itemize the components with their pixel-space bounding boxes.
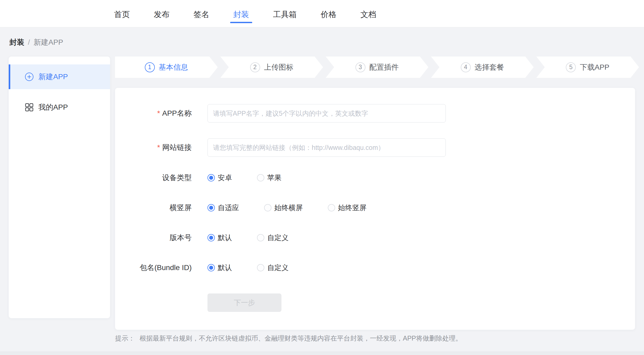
nav-tab-4[interactable]: 封装 [233, 0, 249, 23]
step-3: 3配置插件 [326, 57, 428, 78]
step-4: 4选择套餐 [431, 57, 534, 78]
active-tab-underline [230, 22, 252, 23]
step-number-circle: 1 [145, 62, 155, 72]
form-row-6: 包名(Bundle ID)默认自定义 [115, 262, 635, 273]
form-card: *APP名称*网站链接设备类型安卓苹果横竖屏自适应始终横屏始终竖屏版本号默认自定… [115, 88, 635, 330]
nav-tab-7[interactable]: 文档 [360, 0, 376, 23]
step-label: 基本信息 [159, 62, 188, 72]
sidebar-item-label: 新建APP [38, 72, 68, 82]
step-label: 上传图标 [264, 62, 294, 72]
radio-option[interactable]: 苹果 [257, 173, 281, 182]
radio-selected-icon[interactable] [207, 264, 215, 271]
nav-tab-label: 首页 [114, 10, 130, 19]
radio-unselected-icon[interactable] [257, 234, 264, 241]
breadcrumb: 封装 / 新建APP [9, 37, 63, 47]
nav-tab-6[interactable]: 价格 [321, 0, 336, 23]
radio-option-label: 苹果 [267, 173, 281, 182]
radio-selected-icon[interactable] [207, 234, 215, 241]
tip-prefix: 提示： [115, 334, 135, 342]
form-row-4: 横竖屏自适应始终横屏始终竖屏 [115, 202, 635, 213]
breadcrumb-separator: / [28, 38, 30, 47]
steps-wizard: 1基本信息2上传图标3配置插件4选择套餐5下载APP [115, 57, 639, 78]
field-label: 包名(Bundle ID) [115, 263, 192, 273]
sidebar-item-label: 我的APP [38, 102, 68, 112]
bottom-footer-strip [0, 352, 644, 355]
radio-option[interactable]: 安卓 [207, 173, 232, 182]
radio-unselected-icon[interactable] [264, 204, 271, 211]
radio-option[interactable]: 始终横屏 [264, 203, 303, 212]
top-nav-bar: 首页发布签名封装工具箱价格文档 [0, 0, 644, 27]
radio-group: 自适应始终横屏始终竖屏 [207, 203, 366, 212]
form-rows: *APP名称*网站链接设备类型安卓苹果横竖屏自适应始终横屏始终竖屏版本号默认自定… [115, 104, 635, 273]
radio-group: 默认自定义 [207, 263, 289, 272]
tip-text: 根据最新平台规则，不允许区块链虚拟币、金融理财类等违规内容在平台封装，一经发现，… [140, 334, 462, 342]
plus-circle-icon [25, 72, 34, 81]
radio-unselected-icon[interactable] [257, 174, 264, 181]
radio-option[interactable]: 自定义 [257, 233, 289, 242]
sidebar-item-1[interactable]: 新建APP [9, 64, 110, 89]
radio-selected-icon[interactable] [207, 204, 215, 211]
nav-tab-2[interactable]: 发布 [154, 0, 170, 23]
text-input-1[interactable] [207, 104, 446, 123]
breadcrumb-current: 新建APP [34, 37, 63, 47]
next-step-button[interactable]: 下一步 [207, 293, 281, 312]
radio-group: 默认自定义 [207, 233, 289, 242]
field-label: *网站链接 [115, 143, 192, 153]
step-label: 配置插件 [369, 62, 399, 72]
step-label: 下载APP [580, 62, 609, 72]
nav-tab-label: 签名 [194, 10, 209, 19]
step-number-circle: 5 [566, 62, 576, 72]
nav-tab-5[interactable]: 工具箱 [273, 0, 297, 23]
form-row-2: *网站链接 [115, 138, 635, 157]
step-1: 1基本信息 [115, 57, 218, 78]
nav-tab-label: 发布 [154, 10, 170, 19]
field-label-text: 版本号 [170, 234, 192, 242]
field-label-text: 网站链接 [162, 143, 192, 151]
required-asterisk: * [157, 143, 160, 151]
radio-option[interactable]: 自定义 [257, 263, 289, 272]
form-row-3: 设备类型安卓苹果 [115, 173, 635, 183]
step-number-circle: 3 [355, 62, 365, 72]
radio-selected-icon[interactable] [207, 174, 215, 181]
main-nav: 首页发布签名封装工具箱价格文档 [114, 0, 376, 23]
text-input-2[interactable] [207, 138, 446, 157]
radio-option-label: 自定义 [267, 233, 289, 242]
field-label: 设备类型 [115, 173, 192, 183]
radio-option-label: 自定义 [267, 263, 289, 272]
nav-tab-1[interactable]: 首页 [114, 0, 130, 23]
radio-option-label: 始终横屏 [274, 203, 303, 212]
required-asterisk: * [157, 109, 160, 117]
field-label: *APP名称 [115, 108, 192, 118]
radio-option[interactable]: 始终竖屏 [328, 203, 366, 212]
field-label: 横竖屏 [115, 203, 192, 213]
field-label: 版本号 [115, 233, 192, 243]
platform-rule-tip: 提示：根据最新平台规则，不允许区块链虚拟币、金融理财类等违规内容在平台封装，一经… [115, 334, 462, 343]
radio-unselected-icon[interactable] [328, 204, 335, 211]
radio-unselected-icon[interactable] [257, 264, 264, 271]
radio-option[interactable]: 默认 [207, 263, 232, 272]
step-label: 选择套餐 [475, 62, 504, 72]
breadcrumb-section[interactable]: 封装 [9, 37, 24, 47]
sidebar: 新建APP我的APP [9, 57, 110, 318]
radio-group: 安卓苹果 [207, 173, 281, 182]
field-label-text: 设备类型 [162, 174, 192, 182]
nav-tab-label: 价格 [321, 10, 336, 19]
step-number-circle: 2 [250, 62, 260, 72]
grid-icon [25, 103, 34, 112]
field-label-text: APP名称 [162, 109, 192, 117]
radio-option-label: 始终竖屏 [338, 203, 366, 212]
nav-tab-label: 文档 [360, 10, 376, 19]
field-label-text: 包名(Bundle ID) [140, 263, 192, 272]
radio-option[interactable]: 自适应 [207, 203, 239, 212]
nav-tab-label: 封装 [233, 10, 249, 19]
radio-option-label: 自适应 [218, 203, 239, 212]
radio-option-label: 默认 [218, 233, 232, 242]
form-row-5: 版本号默认自定义 [115, 232, 635, 243]
sidebar-item-2[interactable]: 我的APP [9, 95, 110, 120]
step-5: 5下载APP [536, 57, 639, 78]
field-label-text: 横竖屏 [170, 204, 192, 212]
form-row-1: *APP名称 [115, 104, 635, 123]
radio-option[interactable]: 默认 [207, 233, 232, 242]
nav-tab-3[interactable]: 签名 [194, 0, 209, 23]
step-number-circle: 4 [461, 62, 471, 72]
